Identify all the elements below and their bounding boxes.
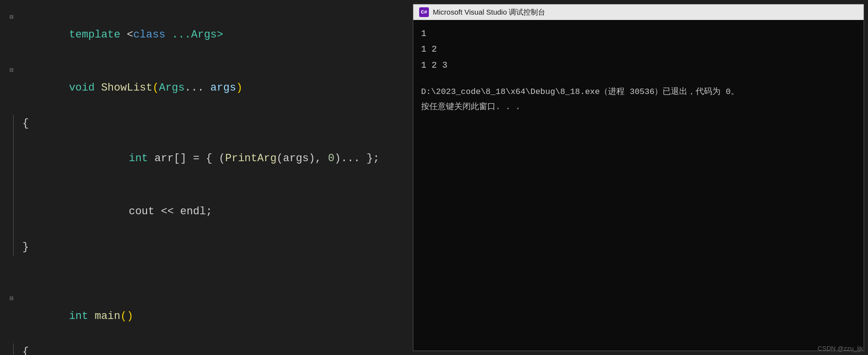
fold-block-1: ⊟ { ⊟ int arr[] = { (PrintArg(args), 0).… [10, 115, 399, 256]
console-window: C# Microsoft Visual Studio 调试控制台 1 1 2 1… [413, 4, 864, 351]
code-line-empty-1 [10, 256, 399, 273]
code-line-empty-2 [10, 273, 399, 290]
code-line-3: ⊟ { [15, 115, 399, 132]
code-token: int main() [18, 290, 133, 343]
code-token: void ShowList(Args... args) [18, 62, 242, 115]
code-line-4: ⊟ int arr[] = { (PrintArg(args), 0)... }… [15, 132, 399, 186]
fold-line-1 [10, 115, 15, 256]
console-output-1: 1 [421, 26, 856, 41]
code-line-2: ⊟ void ShowList(Args... args) [10, 62, 399, 115]
console-body: 1 1 2 1 2 3 D:\2023_code\8_18\x64\Debug\… [413, 20, 864, 351]
right-panel: C# Microsoft Visual Studio 调试控制台 1 1 2 1… [409, 0, 868, 355]
fold-block-2: ⊟ { ⊟ ShowList(1); ⊟ ShowList(1, 2); [10, 343, 399, 355]
console-title: Microsoft Visual Studio 调试控制台 [433, 8, 545, 17]
fold-icon-2[interactable]: ⊟ [10, 65, 18, 75]
console-spacer [421, 73, 856, 85]
console-output-3: 1 2 3 [421, 57, 856, 73]
code-editor-panel: ⊟ template <class ...Args> ⊟ void ShowLi… [0, 0, 409, 355]
code-line-5: ⊟ cout << endl; [15, 186, 399, 239]
vs-icon: C# [419, 7, 429, 17]
watermark: CSDN @zzu_ljk [818, 345, 863, 352]
code-line-6: ⊟ } [15, 239, 399, 256]
console-exit-message: D:\2023_code\8_18\x64\Debug\8_18.exe（进程 … [421, 85, 856, 100]
code-token: template <class ...Args> [18, 9, 223, 62]
console-press-key: 按任意键关闭此窗口. . . [421, 100, 856, 115]
code-line-10: ⊟ { [15, 343, 399, 355]
code-editor: ⊟ template <class ...Args> ⊟ void ShowLi… [0, 5, 409, 350]
fold-line-dash [13, 115, 14, 256]
fold-inner-2: ⊟ { ⊟ ShowList(1); ⊟ ShowList(1, 2); [15, 343, 399, 355]
fold-line-2 [10, 343, 15, 355]
console-titlebar: C# Microsoft Visual Studio 调试控制台 [413, 4, 864, 20]
fold-icon-1[interactable]: ⊟ [10, 12, 18, 22]
code-line-9: ⊟ int main() [10, 290, 399, 343]
fold-line-dash-2 [13, 343, 14, 355]
fold-inner-1: ⊟ { ⊟ int arr[] = { (PrintArg(args), 0).… [15, 115, 399, 256]
console-output-2: 1 2 [421, 41, 856, 57]
code-line-1: ⊟ template <class ...Args> [10, 9, 399, 62]
fold-icon-3[interactable]: ⊟ [10, 294, 18, 304]
